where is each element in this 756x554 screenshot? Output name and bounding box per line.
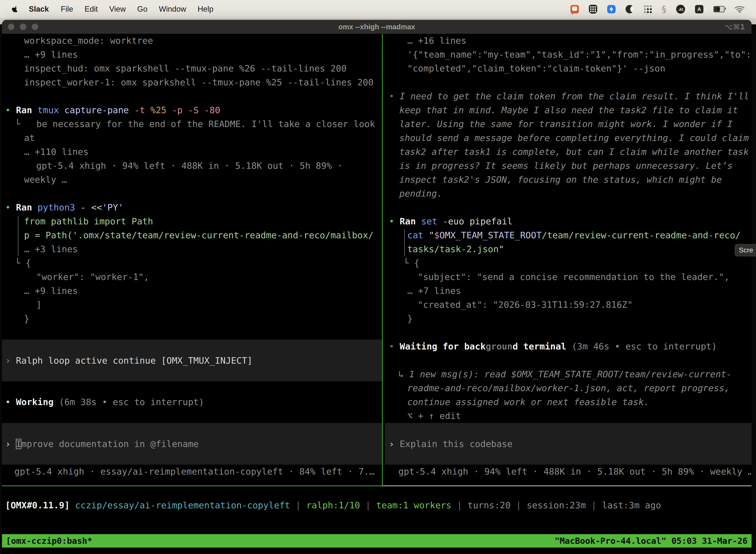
omx-session-status: [OMX#0.11.9] cczip/essay/ai-reimplementa… (2, 498, 752, 512)
menu-bar: Slack FileEditViewGoWindowHelp § ..61 A (0, 0, 756, 18)
terminal-line: weekly … (2, 173, 382, 187)
battery-charging-icon[interactable] (713, 6, 725, 12)
tmux-host-clock-label: "MacBook-Pro-44.local" 05:03 31-Mar-26 (555, 534, 748, 548)
model-status-left: gpt-5.4 xhigh · essay/ai-reimplementatio… (2, 465, 382, 479)
terminal-line: • I need to get the claim token from the… (385, 89, 752, 103)
menu-item-edit[interactable]: Edit (84, 5, 98, 14)
terminal-line: └ { (385, 256, 752, 270)
terminal-line: '{"team_name":"my-team","task_id":"1","f… (385, 48, 752, 62)
terminal-line: continue assigned work or next feasible … (385, 395, 752, 409)
terminal-line (385, 201, 752, 214)
terminal-line (385, 326, 752, 340)
terminal-line: • Ran set -euo pipefail (385, 214, 752, 228)
menu-item-view[interactable]: View (109, 5, 126, 14)
menu-item-help[interactable]: Help (198, 5, 213, 14)
omx-status-line: [OMX#0.11.9] cczip/essay/ai-reimplementa… (2, 498, 752, 512)
window-title-bar[interactable]: omx --xhigh --madmax ⌥⌘1 (2, 20, 752, 34)
terminal-line (2, 409, 382, 423)
terminal-line: … +9 lines (2, 48, 382, 62)
moon-circle-icon[interactable] (626, 5, 634, 13)
terminal-line: is in progress? It seems likely but perh… (385, 159, 752, 173)
terminal-line: workspace_mode: worktree (2, 34, 382, 48)
terminal-line (385, 353, 752, 367)
terminal-line: └ be necessary for the end of the README… (2, 117, 382, 131)
menu-item-window[interactable]: Window (159, 5, 186, 14)
window-shortcut-badge: ⌥⌘1 (724, 22, 745, 31)
terminal-line: cat "$OMX_TEAM_STATE_ROOT/team/review-cu… (385, 228, 752, 242)
terminal-line: at (2, 131, 382, 145)
working-status: • Working (6m 38s • esc to interrupt) (2, 395, 382, 409)
dots-grid-icon[interactable] (644, 5, 652, 13)
terminal-line: keep that in mind. Maybe I also need the… (385, 103, 752, 117)
menu-items: FileEditViewGoWindowHelp (61, 5, 213, 14)
prompt-input-right[interactable]: › Explain this codebase (385, 423, 752, 465)
terminal-window: omx --xhigh --madmax ⌥⌘1 workspace_mode:… (2, 20, 752, 554)
pane-divider[interactable] (382, 34, 383, 486)
apple-menu-icon[interactable] (12, 5, 18, 13)
terminal-line: readme-and-reco/mailbox/worker-1.json, a… (385, 381, 752, 395)
terminal-line (2, 326, 382, 340)
edit-hint: ⌥ + ↑ edit (385, 409, 752, 423)
terminal-line: └ { (2, 256, 382, 270)
terminal-line: "worker": "worker-1", (2, 270, 382, 284)
terminal-line: pending. (385, 187, 752, 201)
bolt-badge-icon[interactable] (607, 5, 616, 13)
terminal-line: • Ran tmux capture-pane -t %25 -p -S -80 (2, 103, 382, 117)
terminal-line: … +110 lines (2, 145, 382, 159)
screen-tooltip: Scre (735, 244, 756, 257)
terminal-line: p = Path('.omx/state/team/review-current… (2, 228, 382, 242)
wifi-icon[interactable] (735, 5, 745, 13)
terminal-line: "created_at": "2026-03-31T11:59:27.816Z" (385, 298, 752, 312)
terminal-line: } (385, 312, 752, 326)
output-connector-line (18, 216, 18, 256)
terminal-line: inspect task2's JSON, focusing on the st… (385, 173, 752, 187)
terminal-content[interactable]: workspace_mode: worktree… +9 linesinspec… (2, 34, 752, 554)
terminal-line: later. Using the same for transition mig… (385, 117, 752, 131)
terminal-line: should send a message before completing … (385, 131, 752, 145)
terminal-line: … +9 lines (2, 284, 382, 298)
terminal-line: inspect_worker-1: omx sparkshell --tmux-… (2, 75, 382, 89)
keypad-shield-icon[interactable] (589, 5, 597, 14)
tmux-session-label: [omx-cczip0:bash* (6, 534, 92, 548)
tmux-pane-left[interactable]: workspace_mode: worktree… +9 linesinspec… (2, 34, 382, 486)
terminal-line: tasks/task-2.json" (385, 242, 752, 256)
terminal-line (2, 187, 382, 201)
terminal-line: inspect_hud: omx sparkshell --tmux-pane … (2, 62, 382, 75)
menu-item-file[interactable]: File (61, 5, 73, 14)
menu-bar-status-icons: § ..61 A (570, 5, 745, 14)
terminal-line: ↳ 1 new msg(s): read $OMX_TEAM_STATE_ROO… (385, 367, 752, 381)
terminal-line: • Ran python3 - <<'PY' (2, 201, 382, 214)
menu-item-go[interactable]: Go (137, 5, 147, 14)
terminal-line: ] (2, 298, 382, 312)
terminal-line: … +7 lines (385, 284, 752, 298)
chat-app-icon[interactable] (570, 5, 579, 13)
terminal-line (2, 89, 382, 103)
terminal-line (2, 381, 382, 395)
model-status-right: gpt-5.4 xhigh · 94% left · 488K in · 5.1… (385, 465, 752, 479)
terminal-line: from pathlib import Path (2, 214, 382, 228)
active-app-name[interactable]: Slack (29, 5, 49, 14)
section-sign-icon[interactable]: § (662, 5, 666, 13)
prompt-input-left[interactable]: › Improve documentation in @filename (2, 423, 382, 465)
terminal-line (385, 75, 752, 89)
terminal-line: … +16 lines (385, 34, 752, 48)
tmux-pane-right[interactable]: … +16 lines'{"team_name":"my-team","task… (385, 34, 752, 486)
terminal-line: "completed","claim_token":"claim-token"}… (385, 62, 752, 75)
pane-bottom-border-inactive (383, 486, 752, 486)
pane-bottom-border-active (2, 486, 382, 486)
terminal-line: gpt-5.4 xhigh · 94% left · 488K in · 5.1… (2, 159, 382, 173)
terminal-line: "subject": "send a concise recommendatio… (385, 270, 752, 284)
window-title: omx --xhigh --madmax (2, 23, 752, 31)
input-source-icon[interactable]: A (695, 5, 703, 13)
terminal-line: task2 after task1 is complete, but can I… (385, 145, 752, 159)
tmux-status-bar: [omx-cczip0:bash* "MacBook-Pro-44.local"… (2, 534, 752, 548)
waiting-status: • Waiting for background terminal (3m 46… (385, 340, 752, 353)
ralph-loop-banner: › Ralph loop active continue [OMX_TMUX_I… (2, 340, 382, 381)
percent-badge-icon[interactable]: ..61 (676, 5, 685, 14)
terminal-line: } (2, 312, 382, 326)
output-connector-line (404, 229, 405, 256)
terminal-line: … +3 lines (2, 242, 382, 256)
